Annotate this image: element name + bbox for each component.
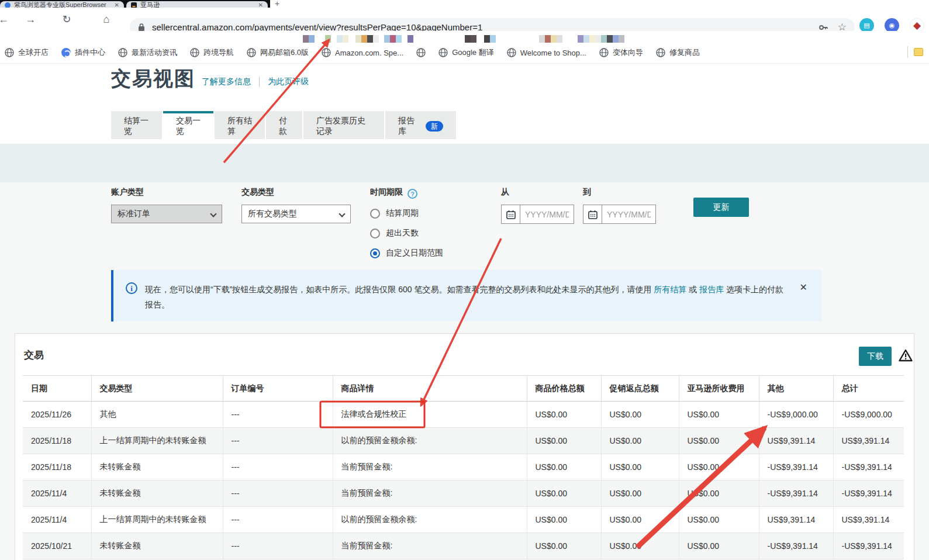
cell-product-charges: US$0.00 <box>527 507 601 533</box>
tab-ad-invoice-history[interactable]: 广告发票历史记录 <box>303 111 384 139</box>
favicon-strip-square <box>384 35 390 43</box>
bookmark-item[interactable]: 网易邮箱6.0版 <box>247 47 309 58</box>
radio-icon[interactable] <box>370 209 380 219</box>
table-row: 2025/11/4 未转账金额 --- 当前预留金额: US$0.00 US$0… <box>23 481 904 507</box>
col-header-date: 日期 <box>23 376 91 402</box>
favicon-strip-square <box>402 35 407 43</box>
tab-all-statements[interactable]: 所有结算 <box>215 111 265 139</box>
to-date-input[interactable] <box>602 205 656 224</box>
cell-amazon-fees: US$0.00 <box>679 402 759 428</box>
cell-date: 2025/11/26 <box>23 402 91 428</box>
col-header-transaction-type: 交易类型 <box>91 376 223 402</box>
tab-settlement-overview[interactable]: 结算一览 <box>111 111 162 139</box>
bookmark-item[interactable]: 变体向导 <box>599 47 643 58</box>
cell-total[interactable]: US$9,391.14 <box>833 507 904 533</box>
forward-icon[interactable]: → <box>22 14 39 25</box>
cell-other: US$9,391.14 <box>759 428 833 454</box>
cell-promo-rebates: US$0.00 <box>601 402 679 428</box>
cell-other: -US$9,391.14 <box>759 533 833 559</box>
globe-icon <box>416 48 426 57</box>
cell-product-charges: US$0.00 <box>527 481 601 507</box>
browser-tab-strip: 紫鸟浏览器专业版SuperBrowser ✕ 亚马逊 ✕ + <box>0 0 929 8</box>
bookmark-item[interactable]: 跨境导航 <box>190 47 234 58</box>
bookmark-item[interactable]: Welcome to Shop... <box>507 48 586 57</box>
cell-other: -US$9,000.00 <box>759 402 833 428</box>
bookmark-item[interactable]: 全球开店 <box>5 47 49 58</box>
cell-product-charges: US$0.00 <box>527 533 601 559</box>
cell-date: 2025/11/18 <box>23 428 91 454</box>
back-icon[interactable]: ← <box>0 14 12 25</box>
table-row: 2025/11/18 未转账金额 --- 当前预留金额: US$0.00 US$… <box>23 454 904 481</box>
radio-past-days[interactable]: 超出天数 <box>370 228 443 238</box>
radio-icon[interactable] <box>370 229 380 238</box>
warning-icon[interactable] <box>899 349 913 364</box>
bookmark-label: Google 翻译 <box>452 47 494 58</box>
cell-product-details: 当前预留金额: <box>333 454 527 481</box>
cell-total[interactable]: -US$9,391.14 <box>833 481 904 507</box>
bookmark-label: 全球开店 <box>18 47 49 58</box>
tab-disbursements[interactable]: 付款 <box>266 111 302 139</box>
home-icon[interactable]: ⌂ <box>98 14 115 25</box>
bookmark-item[interactable]: Amazon.com. Spe... <box>322 48 403 57</box>
info-banner: i 现在，您可以使用“下载”按钮生成交易报告，如表中所示。此报告仅限 600 笔… <box>111 270 821 322</box>
cell-product-charges: US$0.00 <box>527 428 601 454</box>
cell-total[interactable]: -US$9,391.14 <box>833 454 904 481</box>
favicon-strip-square <box>595 35 601 43</box>
favicon-strip-square <box>396 35 402 43</box>
bookmark-item[interactable]: 插件中心 <box>61 47 105 58</box>
bookmark-item[interactable]: 修复商品 <box>656 47 700 58</box>
download-button[interactable]: 下载 <box>859 347 892 366</box>
calendar-icon[interactable] <box>583 205 602 224</box>
calendar-icon[interactable] <box>501 205 520 224</box>
account-type-filter: 账户类型 标准订单 <box>111 187 222 223</box>
col-header-product-details: 商品详情 <box>333 376 527 402</box>
browser-toolbar: ← → ↻ ⌂ sellercentral.amazon.com/payment… <box>0 8 929 31</box>
bookmark-folder-icon[interactable] <box>914 48 923 56</box>
cell-amazon-fees: US$0.00 <box>679 533 759 559</box>
from-label: 从 <box>501 187 574 198</box>
favicon-strip-square <box>551 35 557 43</box>
time-period-label: 时间期限 <box>370 187 403 196</box>
cell-order-number: --- <box>223 454 333 481</box>
info-icon: i <box>126 282 137 294</box>
learn-more-link[interactable]: 了解更多信息 <box>202 77 251 87</box>
transactions-card: 交易 下载 日期 交易类型 订单编号 商品详情 商品价格总额 促销返点总额 亚马… <box>15 333 914 560</box>
banner-link-all-statements[interactable]: 所有结算 <box>654 285 686 294</box>
cell-transaction-type: 上一结算周期中的未转账金额 <box>91 428 223 454</box>
cell-other: -US$9,391.14 <box>759 454 833 481</box>
find-transaction-band: 查找某项交易 搜索 <box>0 144 929 182</box>
col-header-amazon-fees: 亚马逊所收费用 <box>679 376 759 402</box>
cell-total[interactable]: US$9,391.14 <box>833 428 904 454</box>
cell-order-number: --- <box>223 428 333 454</box>
reload-icon[interactable]: ↻ <box>58 14 75 25</box>
lock-icon[interactable] <box>138 23 145 32</box>
bookmark-item[interactable] <box>416 48 426 57</box>
banner-close-icon[interactable]: ✕ <box>800 282 807 293</box>
rate-page-link[interactable]: 为此页评级 <box>268 77 309 87</box>
favicon-strip-square <box>545 35 551 43</box>
banner-link-reports-repository[interactable]: 报告库 <box>699 285 724 294</box>
favicon-strip-square <box>578 35 583 43</box>
col-header-product-charges: 商品价格总额 <box>527 376 601 402</box>
transaction-type-select[interactable]: 所有交易类型 <box>241 205 351 223</box>
tab-reports-repository[interactable]: 报告库 新 <box>385 111 456 139</box>
bookmark-item[interactable]: Google 翻译 <box>438 47 494 58</box>
radio-custom-date-range[interactable]: 自定义日期范围 <box>370 248 443 258</box>
update-button[interactable]: 更新 <box>693 198 749 217</box>
cell-total[interactable]: -US$9,391.14 <box>833 533 904 559</box>
globe-icon <box>656 48 665 57</box>
account-type-select[interactable]: 标准订单 <box>111 205 222 223</box>
tab-transaction-view[interactable]: 交易一览 <box>163 111 213 139</box>
cell-promo-rebates: US$0.00 <box>601 428 679 454</box>
new-tab-button[interactable]: + <box>275 0 279 8</box>
radio-settlement-period[interactable]: 结算周期 <box>370 208 443 219</box>
favicon-strip-square <box>343 35 348 43</box>
cell-total[interactable]: -US$9,000.00 <box>833 402 904 428</box>
from-date-input[interactable] <box>520 205 574 224</box>
favicon-strip-square <box>619 35 624 43</box>
radio-icon-selected[interactable] <box>370 248 380 258</box>
bookmark-item[interactable]: 最新活动资讯 <box>118 47 177 58</box>
help-icon[interactable]: ? <box>407 189 417 199</box>
globe-icon <box>322 48 331 57</box>
favicon-strip-square <box>407 35 413 43</box>
